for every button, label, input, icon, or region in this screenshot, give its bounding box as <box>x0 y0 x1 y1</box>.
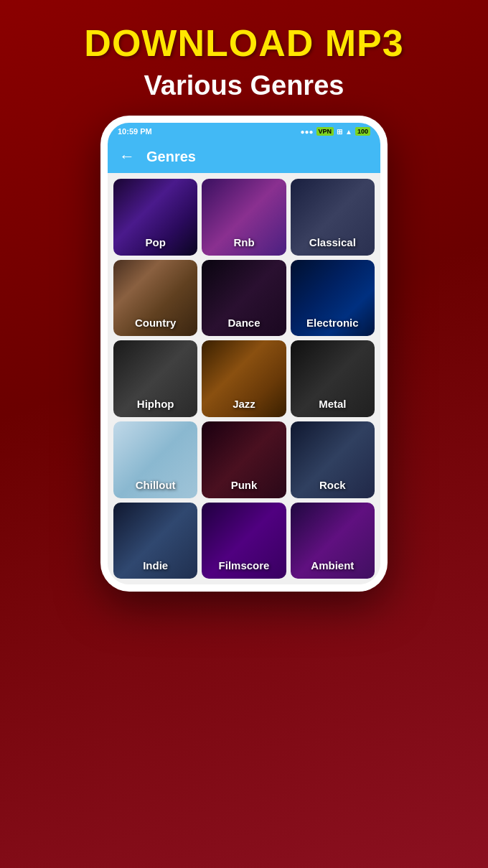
genre-label-dance: Dance <box>202 317 286 329</box>
genre-label-ambient: Ambient <box>291 559 375 571</box>
back-button[interactable]: ← <box>119 147 135 166</box>
status-time: 10:59 PM <box>118 127 152 136</box>
genre-tile-country[interactable]: Country <box>113 260 197 337</box>
genre-tile-ambient[interactable]: Ambient <box>291 503 375 579</box>
hero-title: DOWNLOAD MP3 <box>84 22 403 65</box>
genre-tile-rock[interactable]: Rock <box>291 421 375 498</box>
genre-label-electronic: Electronic <box>291 317 375 329</box>
genre-tile-punk[interactable]: Punk <box>202 421 286 498</box>
genre-label-pop: Pop <box>113 236 197 248</box>
genre-tile-jazz[interactable]: Jazz <box>202 340 286 417</box>
genre-label-rock: Rock <box>291 479 375 491</box>
genre-label-classical: Classical <box>291 236 375 248</box>
signal-dots: ●●● <box>300 128 313 136</box>
genre-tile-metal[interactable]: Metal <box>291 340 375 417</box>
phone-mockup: 10:59 PM ●●● VPN ⊞ ▲ 100 ← Genres PopRnb… <box>100 116 388 592</box>
genre-tile-indie[interactable]: Indie <box>113 503 197 579</box>
genre-tile-dance[interactable]: Dance <box>202 260 286 337</box>
status-icons: ●●● VPN ⊞ ▲ 100 <box>300 127 370 136</box>
vpn-badge: VPN <box>316 127 334 136</box>
genre-tile-rnb[interactable]: Rnb <box>202 179 286 256</box>
genre-tile-electronic[interactable]: Electronic <box>291 260 375 337</box>
genre-label-rnb: Rnb <box>202 236 286 248</box>
phone-screen: 10:59 PM ●●● VPN ⊞ ▲ 100 ← Genres PopRnb… <box>108 123 380 584</box>
genres-grid: PopRnbClassicalCountryDanceElectronicHip… <box>108 173 380 584</box>
signal-icon: ▲ <box>345 128 352 136</box>
genre-label-filmscore: Filmscore <box>202 559 286 571</box>
status-bar: 10:59 PM ●●● VPN ⊞ ▲ 100 <box>108 123 380 140</box>
battery-level: 100 <box>355 127 370 136</box>
genre-label-jazz: Jazz <box>202 398 286 410</box>
hero-subtitle: Various Genres <box>144 70 344 101</box>
genre-tile-filmscore[interactable]: Filmscore <box>202 503 286 579</box>
genre-label-hiphop: Hiphop <box>113 398 197 410</box>
genre-tile-hiphop[interactable]: Hiphop <box>113 340 197 417</box>
app-toolbar: ← Genres <box>108 140 380 173</box>
genre-tile-pop[interactable]: Pop <box>113 179 197 256</box>
genre-label-indie: Indie <box>113 559 197 571</box>
genre-label-chillout: Chillout <box>113 479 197 491</box>
toolbar-title: Genres <box>146 149 196 165</box>
genre-label-punk: Punk <box>202 479 286 491</box>
genre-tile-chillout[interactable]: Chillout <box>113 421 197 498</box>
genre-label-metal: Metal <box>291 398 375 410</box>
genre-tile-classical[interactable]: Classical <box>291 179 375 256</box>
genre-label-country: Country <box>113 317 197 329</box>
wifi-icon: ⊞ <box>337 128 342 136</box>
